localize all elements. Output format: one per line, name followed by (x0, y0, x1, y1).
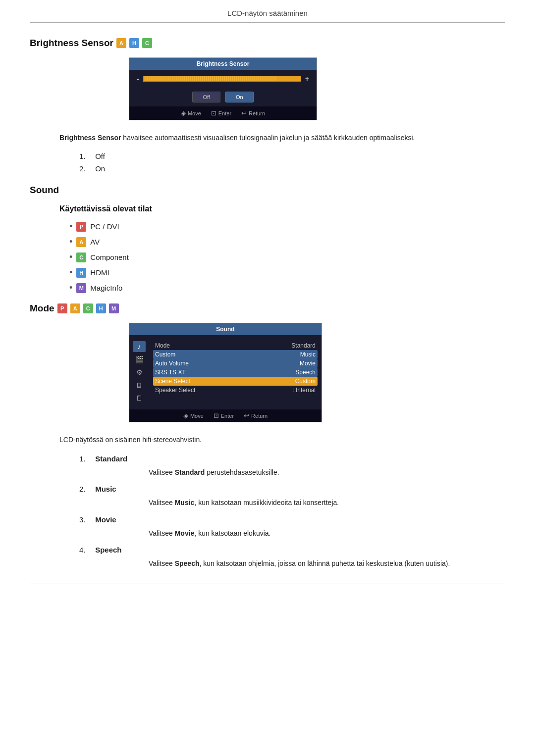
mode-heading: Mode P A C H M (30, 303, 505, 314)
osd-title: Brightness Sensor (129, 58, 317, 70)
sound-subheading: Käytettävissä olevat tilat (59, 204, 505, 213)
osd-nav-return: ↩ Return (241, 109, 265, 117)
bottom-rule (30, 584, 505, 584)
mode-badge-h: H (96, 303, 106, 313)
speech-sub: Valitsee Speech, kun katsotaan ohjelmia,… (149, 558, 505, 569)
movie-sub: Valitsee Movie, kun katsotaan elokuvia. (149, 528, 505, 539)
sound-osd-icons: ♪ 🎬 ⚙ 🖥 🗒 (129, 339, 149, 405)
move-icon: ◈ (181, 109, 186, 117)
brightness-description: Brightness Sensor havaitsee automaattise… (59, 132, 505, 143)
standard-sub: Valitsee Standard perustehdasasetuksille… (149, 467, 505, 478)
sound-menu-row-mode: Mode Standard (153, 341, 318, 350)
sound-icon-music: ♪ (133, 341, 146, 352)
badge-c: C (142, 38, 152, 48)
sound-list-item-music: 2. Music (79, 485, 505, 493)
sound-icon-info: 🗒 (133, 393, 146, 403)
osd-off-button[interactable]: Off (192, 92, 220, 102)
osd-slider-track (143, 76, 301, 82)
mode-item-av: • A AV (69, 237, 505, 247)
sound-menu-row-srs: SRS TS XT Speech (153, 368, 318, 377)
osd-nav-move: ◈ Move (181, 109, 201, 117)
brightness-sensor-section: Brightness Sensor A H C Brightness Senso… (30, 38, 505, 173)
bullet-icon: • (69, 237, 72, 247)
bullet-icon: • (69, 267, 72, 278)
sound-osd-body: ♪ 🎬 ⚙ 🖥 🗒 Mode Standard Custom Music (129, 335, 321, 409)
sound-icon-film: 🎬 (133, 354, 146, 365)
sound-section: Sound Käytettävissä olevat tilat • P PC … (30, 185, 505, 569)
sound-menu-row-custom: Custom Music (153, 350, 318, 359)
osd-minus-icon: - (137, 75, 139, 83)
page-title: LCD-näytön säätäminen (30, 0, 505, 23)
sound-osd-menu: Mode Standard Custom Music Auto Volume M… (149, 339, 321, 405)
mode-item-pc: • P PC / DVI (69, 221, 505, 232)
move-icon: ◈ (183, 412, 188, 419)
return-icon: ↩ (244, 412, 249, 419)
sound-heading: Sound (30, 185, 505, 196)
sound-list-item-speech: 4. Speech (79, 546, 505, 554)
sound-osd-nav: ◈ Move ⊡ Enter ↩ Return (129, 409, 321, 422)
sound-osd: Sound ♪ 🎬 ⚙ 🖥 🗒 Mode Standard (129, 323, 322, 422)
sound-menu-row-autovolume: Auto Volume Movie (153, 359, 318, 368)
brightness-sensor-osd: Brightness Sensor - + Off On ◈ Move ⊡ (129, 57, 317, 120)
mode-badge-c: C (83, 303, 93, 313)
mode-badge-a: A (70, 303, 80, 313)
music-sub: Valitsee Music, kun katsotaan musiikkivi… (149, 497, 505, 508)
sound-list-item-standard: 1. Standard (79, 454, 505, 463)
sound-menu-row-speaker: Speaker Select : Internal (153, 386, 318, 395)
mode-item-magicinfo: • M MagicInfo (69, 283, 505, 293)
sound-nav-return: ↩ Return (244, 412, 268, 419)
sound-icon-display: 🖥 (133, 380, 146, 391)
osd-nav-enter: ⊡ Enter (211, 109, 231, 117)
page-container: LCD-näytön säätäminen Brightness Sensor … (0, 0, 535, 614)
osd-buttons-row: Off On (129, 88, 317, 106)
return-icon: ↩ (241, 109, 247, 117)
brightness-sensor-heading: Brightness Sensor A H C (30, 38, 505, 49)
badge-m-small: M (76, 283, 86, 293)
sound-description: LCD-näytössä on sisäinen hifi-stereovahv… (59, 434, 505, 445)
osd-on-button[interactable]: On (225, 92, 254, 102)
mode-item-component: • C Component (69, 252, 505, 262)
bullet-icon: • (69, 252, 72, 262)
mode-badge-p: P (57, 303, 67, 313)
sound-menu-row-scene: Scene Select Custom (153, 377, 318, 386)
badge-h: H (129, 38, 139, 48)
sound-list-item-movie: 3. Movie (79, 515, 505, 524)
sound-osd-title: Sound (129, 323, 321, 335)
mode-list: • P PC / DVI • A AV • C Component • H HD… (69, 221, 505, 293)
osd-nav-row: ◈ Move ⊡ Enter ↩ Return (129, 106, 317, 120)
badge-h-small: H (76, 268, 86, 278)
bullet-icon: • (69, 221, 72, 232)
enter-icon: ⊡ (211, 109, 216, 117)
brightness-list: 1. Off 2. On (79, 152, 505, 173)
badge-a: A (116, 38, 126, 48)
sound-nav-move: ◈ Move (183, 412, 204, 419)
sound-nav-enter: ⊡ Enter (214, 412, 234, 419)
badge-c-small: C (76, 252, 86, 262)
osd-plus-icon: + (305, 75, 309, 83)
sound-icon-settings: ⚙ (133, 367, 146, 378)
enter-icon: ⊡ (214, 412, 219, 419)
list-item: 2. On (79, 164, 505, 173)
sound-mode-list: 1. Standard Valitsee Standard perustehda… (79, 454, 505, 569)
badge-a-small: A (76, 237, 86, 247)
mode-badge-m: M (109, 303, 119, 313)
osd-slider-fill (144, 76, 277, 81)
list-item: 1. Off (79, 152, 505, 160)
badge-p-small: P (76, 222, 86, 232)
osd-slider-row: - + (129, 70, 317, 88)
bullet-icon: • (69, 283, 72, 293)
mode-item-hdmi: • H HDMI (69, 267, 505, 278)
